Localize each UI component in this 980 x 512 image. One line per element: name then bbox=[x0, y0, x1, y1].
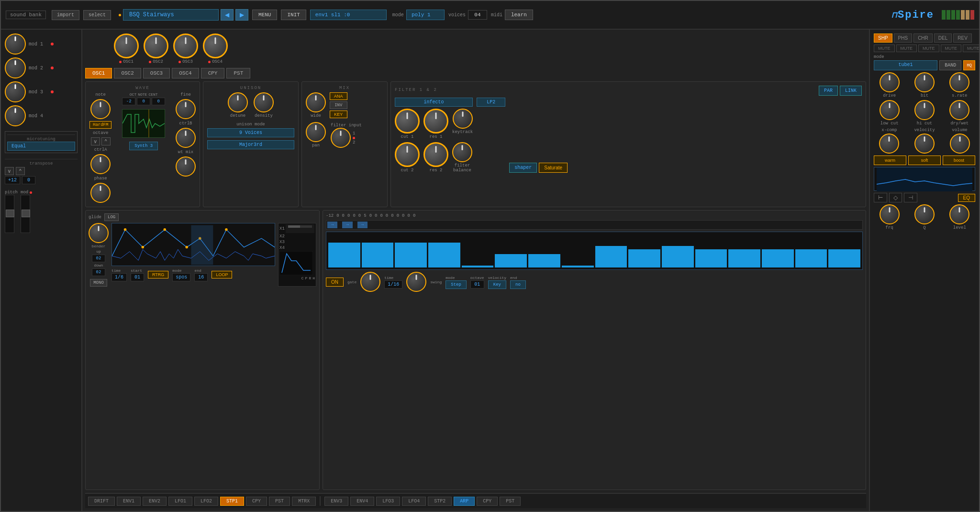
chord-display[interactable]: Major3rd bbox=[207, 140, 294, 149]
osc2-tab[interactable]: OSC2 bbox=[114, 68, 141, 78]
phase-knob[interactable] bbox=[90, 183, 111, 203]
note-knob[interactable] bbox=[90, 99, 111, 119]
arp-mode-val[interactable]: Step bbox=[445, 280, 467, 289]
boost-button[interactable]: boost bbox=[943, 156, 975, 165]
lowcut-knob[interactable] bbox=[880, 100, 900, 120]
tube1-display[interactable]: tube1 bbox=[874, 60, 937, 70]
volume-right-knob[interactable] bbox=[950, 134, 970, 154]
tab-lfo2[interactable]: LFO2 bbox=[194, 497, 218, 506]
tab-env1[interactable]: ENV1 bbox=[117, 497, 141, 506]
octave-up-button[interactable]: ^ bbox=[101, 137, 111, 145]
select-button[interactable]: select bbox=[83, 10, 111, 20]
res1-knob[interactable] bbox=[423, 109, 448, 134]
osc3-level-knob[interactable] bbox=[173, 33, 198, 58]
bit-knob[interactable] bbox=[914, 72, 935, 92]
tab-lfo1[interactable]: LFO1 bbox=[168, 497, 192, 506]
wide-knob[interactable] bbox=[306, 92, 326, 112]
import-button[interactable]: import bbox=[52, 10, 79, 20]
voices-display[interactable]: 9 Voices bbox=[207, 128, 294, 137]
transpose-up-button[interactable]: ^ bbox=[16, 167, 25, 175]
frq-knob[interactable] bbox=[880, 204, 900, 224]
filter-input-knob[interactable] bbox=[331, 128, 351, 148]
arp-on-button[interactable]: ON bbox=[326, 278, 344, 287]
eq-shape3-button[interactable]: ⊣ bbox=[904, 193, 917, 202]
mute3-button[interactable]: MUTE bbox=[918, 45, 939, 52]
del-tab[interactable]: DEL bbox=[934, 33, 952, 43]
tab-env3[interactable]: ENV3 bbox=[324, 497, 348, 506]
eq-shape1-button[interactable]: ⊢ bbox=[874, 193, 887, 202]
wtmix-knob[interactable] bbox=[176, 156, 196, 177]
tab-lfo4[interactable]: LFO4 bbox=[402, 497, 426, 506]
chr-tab[interactable]: CHR bbox=[913, 33, 933, 43]
level-right-knob[interactable] bbox=[949, 204, 969, 224]
fine-knob[interactable] bbox=[176, 99, 196, 119]
transpose-down-button[interactable]: v bbox=[5, 167, 14, 175]
phs-tab[interactable]: PHS bbox=[894, 33, 913, 43]
mute4-button[interactable]: MUTE bbox=[941, 45, 962, 52]
menu-button[interactable]: MENU bbox=[252, 10, 277, 20]
hicut-knob[interactable] bbox=[914, 100, 935, 120]
gate-knob[interactable] bbox=[360, 272, 380, 292]
pan-knob[interactable] bbox=[306, 122, 326, 142]
tab-cpy-right[interactable]: CPY bbox=[477, 497, 498, 506]
mod-slider[interactable] bbox=[21, 195, 30, 233]
xcomp-knob[interactable] bbox=[879, 134, 899, 154]
mod3-knob[interactable] bbox=[5, 81, 26, 102]
ctrla-knob[interactable] bbox=[90, 154, 111, 174]
tab-lfo3[interactable]: LFO3 bbox=[376, 497, 400, 506]
tab-stp1[interactable]: STP1 bbox=[220, 497, 244, 506]
tab-cpy-left[interactable]: CPY bbox=[246, 497, 267, 506]
tab-stp2[interactable]: STP2 bbox=[428, 497, 452, 506]
mod1-knob[interactable] bbox=[5, 33, 26, 55]
next-preset-button[interactable]: ▶ bbox=[235, 9, 248, 21]
init-button[interactable]: INIT bbox=[281, 10, 306, 20]
cut2-knob[interactable] bbox=[395, 142, 420, 167]
link-button[interactable]: LINK bbox=[840, 86, 862, 96]
infecto-button[interactable]: infecto bbox=[395, 98, 473, 107]
detune-knob[interactable] bbox=[228, 92, 248, 112]
shaper-button[interactable]: shaper bbox=[509, 163, 537, 173]
par-button[interactable]: PAR bbox=[819, 86, 838, 96]
osc4-tab[interactable]: OSC4 bbox=[172, 68, 199, 78]
hq-button[interactable]: HQ bbox=[963, 60, 975, 70]
pitch-slider[interactable] bbox=[5, 195, 14, 233]
density-knob[interactable] bbox=[254, 92, 274, 112]
tab-drift[interactable]: DRIFT bbox=[88, 497, 115, 506]
tab-arp[interactable]: ARP bbox=[454, 497, 475, 506]
midi-learn-button[interactable]: learn bbox=[505, 10, 533, 20]
lp2-button[interactable]: LP2 bbox=[477, 98, 505, 107]
osc2-level-knob[interactable] bbox=[144, 33, 168, 58]
osc1-level-knob[interactable] bbox=[114, 33, 139, 58]
osc3-tab[interactable]: OSC3 bbox=[143, 68, 170, 78]
rtrg-button[interactable]: RTRG bbox=[148, 271, 168, 278]
osc1-tab[interactable]: OSC1 bbox=[85, 68, 112, 78]
synth3-display[interactable]: Synth 3 bbox=[129, 142, 158, 150]
swing-knob[interactable] bbox=[406, 272, 426, 292]
eq-shape2-button[interactable]: ◇ bbox=[889, 193, 902, 202]
mute1-button[interactable]: MUTE bbox=[874, 45, 895, 52]
drive-knob[interactable] bbox=[880, 72, 900, 92]
filter-balance-knob[interactable] bbox=[452, 142, 472, 162]
prev-preset-button[interactable]: ◀ bbox=[221, 9, 234, 21]
cut1-knob[interactable] bbox=[395, 109, 420, 134]
mod4-knob[interactable] bbox=[5, 105, 26, 126]
osc4-level-knob[interactable] bbox=[203, 33, 228, 58]
mono-button[interactable]: MONO bbox=[90, 279, 107, 287]
ctrlb-knob[interactable] bbox=[176, 128, 196, 148]
tuning-display[interactable]: Equal bbox=[7, 142, 75, 151]
osc-pst-button[interactable]: PST bbox=[226, 68, 250, 78]
bender-knob[interactable] bbox=[89, 223, 109, 243]
shp-tab[interactable]: SHP bbox=[874, 33, 892, 43]
hardfm-display[interactable]: HardFM bbox=[89, 121, 111, 129]
tab-pst-left[interactable]: PST bbox=[269, 497, 290, 506]
velocity-right-knob[interactable] bbox=[914, 134, 935, 154]
tab-mtrx[interactable]: MTRX bbox=[292, 497, 316, 506]
keytrack-knob[interactable] bbox=[453, 109, 473, 129]
octave-down-button[interactable]: v bbox=[91, 137, 100, 145]
osc-cpy-button[interactable]: CPY bbox=[201, 68, 225, 78]
mute2-button[interactable]: MUTE bbox=[896, 45, 917, 52]
eq-button[interactable]: EQ bbox=[958, 194, 975, 202]
q-knob[interactable] bbox=[914, 204, 935, 224]
drywet-knob[interactable] bbox=[949, 100, 969, 120]
tab-env4[interactable]: ENV4 bbox=[350, 497, 374, 506]
